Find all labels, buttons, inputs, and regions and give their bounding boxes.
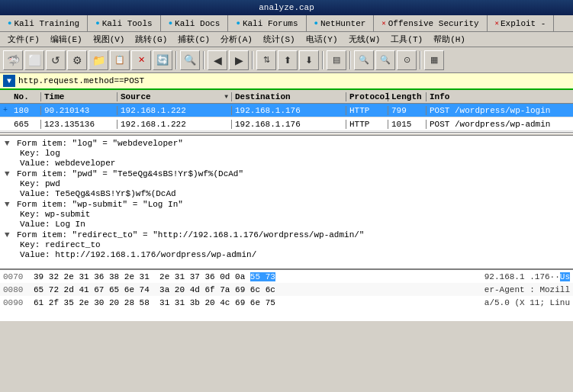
tab-label: Exploit - — [501, 19, 546, 28]
cell-length: 1015 — [388, 120, 427, 129]
menu-phone[interactable]: 电话(Y) — [301, 33, 343, 46]
menu-view[interactable]: 视图(V) — [89, 33, 130, 46]
back-button[interactable]: ◀ — [208, 50, 227, 70]
zoom-reset-button[interactable]: ⊙ — [397, 50, 417, 70]
detail-pane: ▼ Form item: "log" = "webdeveloper" Key:… — [0, 136, 573, 269]
hex-row: 0070 39 32 2e 31 36 38 2e 31 2e 31 37 36… — [0, 270, 573, 283]
menu-wireless[interactable]: 无线(W) — [344, 33, 385, 46]
hex-offset: 0080 — [3, 285, 34, 294]
tab-kali-training[interactable]: ● Kali Training — [0, 15, 88, 31]
cell-protocol: HTTP — [346, 120, 388, 129]
exploit-icon: ✕ — [495, 19, 499, 27]
detail-form-label: Form item: "log" = "webdeveloper" — [17, 139, 183, 148]
detail-child-row: Value: webdeveloper — [5, 159, 568, 168]
first-button[interactable]: ⬆ — [278, 50, 298, 70]
forward-button[interactable]: ▶ — [229, 50, 249, 70]
tab-bar: ● Kali Training ● Kali Tools ● Kali Docs… — [0, 15, 573, 32]
cell-no: 665 — [11, 120, 41, 129]
hex-pane: 0070 39 32 2e 31 36 38 2e 31 2e 31 37 36… — [0, 269, 573, 321]
find-button[interactable]: 🔍 — [180, 50, 200, 70]
hex-highlight: 55 73 — [250, 272, 275, 281]
detail-child-row: Key: redirect_to — [5, 240, 568, 249]
row-indicator: + — [0, 106, 11, 114]
toolbar: 🦈 ⬜ ↺ ⚙ 📁 📋 ✕ 🔄 🔍 ◀ ▶ ⇅ ⬆ ⬇ ▤ 🔍 🔍 ⊙ ▦ — [0, 47, 573, 73]
cell-destination: 192.168.1.176 — [232, 120, 346, 129]
detail-child-row: Key: log — [5, 149, 568, 158]
open-button[interactable]: ↺ — [46, 50, 66, 70]
detail-key-label: Key: wp-submit — [20, 210, 90, 219]
clipboard-button[interactable]: 📋 — [110, 50, 130, 70]
filter-icon: ▼ — [3, 75, 15, 87]
sep2 — [203, 51, 204, 69]
tab-nethunter[interactable]: ● NetHunter — [307, 15, 375, 31]
columns-button[interactable]: ▦ — [424, 50, 444, 70]
tab-label: Kali Tools — [102, 19, 153, 28]
cell-length: 799 — [388, 106, 427, 115]
menu-file[interactable]: 文件(F) — [3, 33, 44, 46]
sep6 — [420, 51, 421, 69]
hex-ascii: 92.168.1 .176··Us — [484, 272, 570, 281]
zoom-in-button[interactable]: 🔍 — [354, 50, 374, 70]
menu-analyze[interactable]: 分析(A) — [216, 33, 257, 46]
folder-button[interactable]: 📁 — [89, 50, 108, 70]
detail-section-wpsubmit: ▼ Form item: "wp-submit" = "Log In" Key:… — [5, 200, 568, 229]
tab-label: Offensive Security — [388, 19, 479, 28]
tab-kali-docs[interactable]: ● Kali Docs — [161, 15, 229, 31]
detail-row[interactable]: ▼ Form item: "log" = "webdeveloper" — [5, 139, 568, 148]
detail-form-label: Form item: "pwd" = "Te5eQg&4sBS!Yr$)wf%(… — [17, 169, 243, 178]
tab-label: Kali Training — [14, 19, 79, 28]
cell-protocol: HTTP — [346, 106, 388, 115]
reload-button[interactable]: 🔄 — [153, 50, 172, 70]
colorize-button[interactable]: ▤ — [327, 50, 346, 70]
expand-arrow-pwd[interactable]: ▼ — [5, 169, 14, 178]
last-button[interactable]: ⬇ — [299, 50, 319, 70]
detail-row[interactable]: ▼ Form item: "wp-submit" = "Log In" — [5, 200, 568, 209]
detail-key-label: Key: redirect_to — [20, 240, 101, 249]
filter-input[interactable] — [18, 76, 570, 85]
expand-arrow-log[interactable]: ▼ — [5, 139, 14, 148]
tab-label: Kali Docs — [175, 19, 220, 28]
hex-bytes: 39 32 2e 31 36 38 2e 31 2e 31 37 36 0d 0… — [34, 272, 478, 281]
kali-icon: ● — [236, 20, 240, 27]
kali-icon-nh: ● — [314, 20, 318, 27]
menu-stats[interactable]: 统计(S) — [259, 33, 300, 46]
cell-no: 180 — [11, 106, 41, 115]
tab-kali-tools[interactable]: ● Kali Tools — [88, 15, 160, 31]
detail-child-row: Key: wp-submit — [5, 210, 568, 219]
table-row[interactable]: + 180 90.210143 192.168.1.222 192.168.1.… — [0, 104, 573, 117]
sep5 — [349, 51, 351, 69]
menu-capture[interactable]: 捕获(C) — [173, 33, 214, 46]
sep4 — [322, 51, 324, 69]
tab-label: Kali Forums — [243, 19, 298, 28]
zoom-out-button[interactable]: 🔍 — [375, 50, 395, 70]
detail-value-label: Value: Te5eQg&4sBS!Yr$)wf%(DcAd — [20, 189, 176, 198]
menu-tools[interactable]: 工具(T) — [386, 33, 427, 46]
shark-button[interactable]: 🦈 — [3, 50, 23, 70]
hex-offset: 0070 — [3, 272, 34, 281]
tab-kali-forums[interactable]: ● Kali Forums — [228, 15, 306, 31]
col-header-length: Length — [388, 92, 427, 101]
detail-row[interactable]: ▼ Form item: "redirect_to" = "http://192… — [5, 230, 568, 239]
cell-source: 192.168.1.222 — [117, 106, 232, 115]
expand-arrow-wpsubmit[interactable]: ▼ — [5, 200, 14, 209]
detail-child-row: Key: pwd — [5, 179, 568, 188]
col-header-source[interactable]: Source ▼ — [117, 92, 232, 101]
detail-child-row: Value: Log In — [5, 220, 568, 229]
settings-button[interactable]: ⚙ — [67, 50, 87, 70]
table-row[interactable]: 665 123.135136 192.168.1.222 192.168.1.1… — [0, 117, 573, 131]
sort-arrow-source: ▼ — [224, 93, 228, 100]
new-button[interactable]: ⬜ — [24, 50, 44, 70]
menu-goto[interactable]: 跳转(G) — [130, 33, 172, 46]
col-header-time: Time — [41, 92, 117, 101]
tab-offensive-security[interactable]: ✕ Offensive Security — [374, 15, 487, 31]
menu-help[interactable]: 帮助(H) — [429, 33, 470, 46]
tab-exploit[interactable]: ✕ Exploit - — [488, 15, 555, 31]
detail-section-pwd: ▼ Form item: "pwd" = "Te5eQg&4sBS!Yr$)wf… — [5, 169, 568, 198]
close-x-button[interactable]: ✕ — [131, 50, 151, 70]
detail-section-log: ▼ Form item: "log" = "webdeveloper" Key:… — [5, 139, 568, 168]
go-button[interactable]: ⇅ — [256, 50, 276, 70]
cell-time: 90.210143 — [41, 106, 117, 115]
expand-arrow-redirect[interactable]: ▼ — [5, 230, 14, 239]
detail-row[interactable]: ▼ Form item: "pwd" = "Te5eQg&4sBS!Yr$)wf… — [5, 169, 568, 178]
menu-edit[interactable]: 编辑(E) — [46, 33, 87, 46]
